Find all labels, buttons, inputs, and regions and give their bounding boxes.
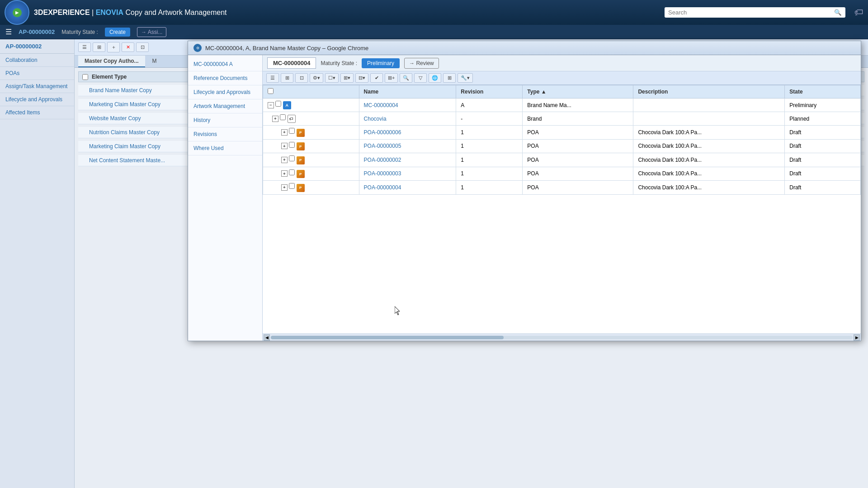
row-checkbox[interactable] — [280, 114, 286, 120]
tab-master-copy[interactable]: Master Copy Autho... — [78, 56, 145, 67]
modal-nav-ref-docs[interactable]: Reference Documents — [188, 71, 262, 85]
ap-panel: AP-00000002 Collaboration POAs Assign/Ta… — [0, 39, 75, 488]
col-revision[interactable]: Revision — [456, 85, 523, 99]
modal-nav-lifecycle[interactable]: Lifecycle and Approvals — [188, 85, 262, 99]
scroll-left-btn[interactable]: ◀ — [264, 334, 270, 341]
row-checkbox[interactable] — [289, 128, 295, 134]
modal-nav-where-used[interactable]: Where Used — [188, 141, 262, 155]
row-desc-cell: Chocovia Dark 100:A Pa... — [633, 167, 785, 181]
modal-nav-artwork[interactable]: Artwork Management — [188, 99, 262, 113]
row-expand-btn[interactable]: + — [281, 184, 288, 191]
search-container: 🔍 — [665, 7, 845, 18]
app-title: 3DEXPERIENCE | ENOVIA Copy and Artwork M… — [34, 9, 227, 17]
table-row: + P POA-00000002 1 POA — [263, 153, 861, 167]
search-button[interactable]: 🔍 — [834, 9, 842, 16]
toolbar-remove-btn[interactable]: ✕ — [122, 42, 134, 52]
modal-icon: ⚙ — [193, 44, 202, 52]
scroll-track[interactable] — [271, 336, 853, 339]
tb-list-view[interactable]: ☰ — [266, 73, 279, 83]
row-expand-btn[interactable]: + — [281, 157, 288, 163]
tb-search[interactable]: 🔍 — [400, 73, 412, 83]
tb-grid2[interactable]: ⊟▾ — [355, 73, 368, 83]
modal-id-tab[interactable]: MC-00000004 — [267, 57, 316, 69]
tb-gear[interactable]: ⚙▾ — [310, 73, 323, 83]
row-expand-btn[interactable]: + — [281, 170, 288, 177]
tab-m[interactable]: M — [146, 56, 163, 67]
hamburger-menu[interactable]: ☰ — [5, 28, 12, 36]
row-name-cell: POA-00000006 — [359, 126, 456, 140]
row-desc-cell: Chocovia Dark 100:A Pa... — [633, 153, 785, 167]
select-all-checkbox[interactable] — [268, 88, 274, 94]
row-expand-btn[interactable]: + — [281, 129, 288, 136]
row-name-link[interactable]: POA-00000006 — [364, 129, 401, 136]
scroll-right-btn[interactable]: ▶ — [854, 334, 860, 341]
nav-item-assign-task[interactable]: Assign/Task Management — [0, 80, 74, 93]
row-type-cell: Brand Name Ma... — [523, 99, 633, 112]
toolbar-filter-btn[interactable]: ⊡ — [136, 42, 149, 52]
row-checkbox[interactable] — [289, 155, 295, 161]
row-name-cell: Chocovia — [359, 112, 456, 126]
tb-filter[interactable]: ▽ — [414, 73, 427, 83]
breadcrumb-id[interactable]: AP-00000002 — [19, 28, 55, 35]
row-desc-cell: Chocovia Dark 100:A Pa... — [633, 181, 785, 195]
row-name-link[interactable]: POA-00000002 — [364, 157, 401, 163]
row-icon-poa: P — [297, 156, 305, 164]
col-name[interactable]: Name — [359, 85, 456, 99]
nav-item-affected-items[interactable]: Affected Items — [0, 106, 74, 119]
modal-nav-id[interactable]: MC-00000004 A — [188, 57, 262, 71]
compass-logo[interactable]: ▶ — [5, 0, 29, 25]
modal-nav-history[interactable]: History — [188, 113, 262, 127]
section-checkbox[interactable] — [82, 74, 88, 80]
row-checkbox[interactable] — [275, 101, 281, 107]
section-title: Element Type — [92, 74, 127, 80]
assign-button[interactable]: → Assi... — [137, 27, 166, 37]
col-type[interactable]: Type ▲ — [523, 85, 633, 99]
row-name-link[interactable]: POA-00000004 — [364, 184, 401, 191]
tb-globe[interactable]: 🌐 — [429, 73, 441, 83]
row-name-link[interactable]: POA-00000003 — [364, 170, 401, 177]
col-state[interactable]: State — [785, 85, 861, 99]
row-expand-btn[interactable]: − — [268, 102, 274, 108]
tb-blank1[interactable]: ☐▾ — [325, 73, 339, 83]
table-header-row: Name Revision Type ▲ Description — [263, 85, 861, 99]
col-description[interactable]: Description — [633, 85, 785, 99]
btn-review[interactable]: → Review — [404, 58, 439, 69]
tb-check[interactable]: ✔ — [370, 73, 383, 83]
nav-item-poas[interactable]: POAs — [0, 67, 74, 80]
row-name-link[interactable]: POA-00000005 — [364, 143, 401, 149]
modal-nav-revisions[interactable]: Revisions — [188, 127, 262, 141]
row-icon-poa: P — [297, 129, 305, 137]
row-checkbox[interactable] — [289, 183, 295, 189]
row-expand-btn[interactable]: + — [272, 116, 278, 122]
toolbar-tree-btn[interactable]: ⊞ — [93, 42, 105, 52]
toolbar-list-btn[interactable]: ☰ — [78, 42, 91, 52]
tb-grid[interactable]: ⊞▾ — [340, 73, 354, 83]
btn-preliminary[interactable]: Preliminary — [362, 58, 400, 68]
tb-expand[interactable]: ⊡ — [295, 73, 308, 83]
row-checkbox[interactable] — [289, 142, 295, 148]
row-state-cell: Draft — [785, 139, 861, 153]
scroll-thumb — [271, 336, 504, 339]
tb-wrench[interactable]: 🔧▾ — [458, 73, 473, 83]
nav-item-collaboration[interactable]: Collaboration — [0, 54, 74, 67]
create-button[interactable]: Create — [105, 28, 130, 37]
toolbar-add-btn[interactable]: ＋ — [107, 42, 120, 52]
row-revision-cell: A — [456, 99, 523, 112]
modal-header: MC-00000004 Maturity State : Preliminary… — [263, 55, 861, 71]
play-button[interactable]: ▶ — [13, 8, 22, 17]
ap-id[interactable]: AP-00000002 — [0, 39, 74, 54]
tb-add-row[interactable]: ⊞+ — [385, 73, 398, 83]
row-name-link[interactable]: MC-00000004 — [364, 102, 398, 108]
search-input[interactable] — [668, 9, 832, 16]
tb-tree-view[interactable]: ⊞ — [281, 73, 293, 83]
modal-title: MC-00000004, A, Brand Name Master Copy –… — [205, 45, 368, 52]
row-checkbox[interactable] — [289, 169, 295, 175]
tb-table[interactable]: ⊞ — [443, 73, 456, 83]
row-state-cell: Draft — [785, 153, 861, 167]
row-desc-cell: Chocovia Dark 100:A Pa... — [633, 126, 785, 140]
row-type-cell: POA — [523, 167, 633, 181]
modal-table-wrapper: Name Revision Type ▲ Description — [263, 85, 861, 333]
row-name-link[interactable]: Chocovia — [364, 116, 387, 122]
row-expand-btn[interactable]: + — [281, 143, 288, 149]
nav-item-lifecycle[interactable]: Lifecycle and Approvals — [0, 93, 74, 106]
